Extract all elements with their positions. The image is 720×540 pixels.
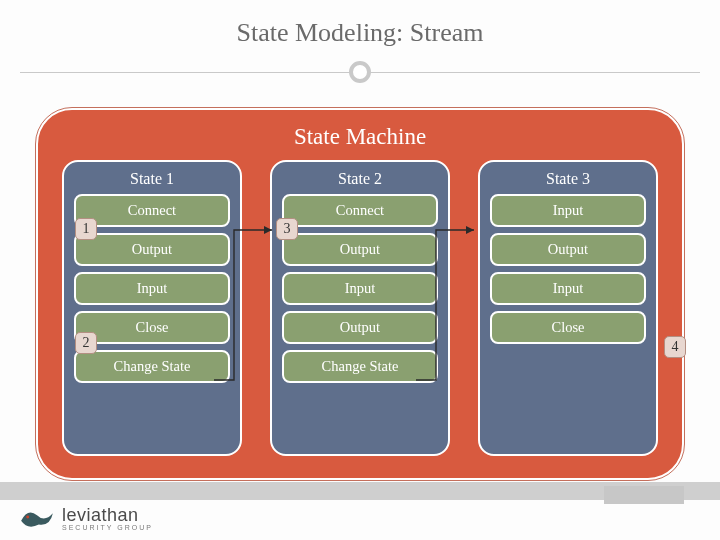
logo-text: leviathan SECURITY GROUP [62, 506, 153, 531]
step-input: Input [74, 272, 230, 305]
step-connect: Connect [74, 194, 230, 227]
step-output: Output [282, 233, 438, 266]
badge-3: 3 [276, 218, 298, 240]
state-col-1: State 1 Connect Output Input Close Chang… [62, 160, 242, 456]
step-input2: Input [490, 272, 646, 305]
step-close: Close [74, 311, 230, 344]
step-output2: Output [282, 311, 438, 344]
state-header: State 1 [74, 170, 230, 188]
step-close: Close [490, 311, 646, 344]
logo-name: leviathan [62, 506, 153, 524]
state-steps: Connect Output Input Output Change State [282, 194, 438, 444]
badge-4: 4 [664, 336, 686, 358]
state-header: State 3 [490, 170, 646, 188]
title-rule [0, 60, 720, 84]
step-change-state: Change State [282, 350, 438, 383]
step-output: Output [490, 233, 646, 266]
svg-point-0 [26, 516, 29, 519]
state-steps: Input Output Input Close [490, 194, 646, 444]
circle-ornament-icon [349, 61, 371, 83]
badge-2: 2 [75, 332, 97, 354]
badge-1: 1 [75, 218, 97, 240]
step-change-state: Change State [74, 350, 230, 383]
page-title: State Modeling: Stream [0, 18, 720, 48]
logo-mark-icon [18, 504, 56, 532]
state-col-2: State 2 Connect Output Input Output Chan… [270, 160, 450, 456]
bottom-gray-tab [604, 486, 684, 504]
state-col-3: State 3 Input Output Input Close [478, 160, 658, 456]
state-machine-panel: State Machine State 1 Connect Output Inp… [36, 108, 684, 480]
step-output: Output [74, 233, 230, 266]
state-header: State 2 [282, 170, 438, 188]
state-columns: State 1 Connect Output Input Close Chang… [62, 160, 658, 456]
step-connect: Connect [282, 194, 438, 227]
step-input: Input [282, 272, 438, 305]
state-steps: Connect Output Input Close Change State [74, 194, 230, 444]
step-input: Input [490, 194, 646, 227]
logo: leviathan SECURITY GROUP [18, 504, 153, 532]
machine-title: State Machine [62, 124, 658, 150]
title-block: State Modeling: Stream [0, 0, 720, 56]
logo-sub: SECURITY GROUP [62, 524, 153, 531]
